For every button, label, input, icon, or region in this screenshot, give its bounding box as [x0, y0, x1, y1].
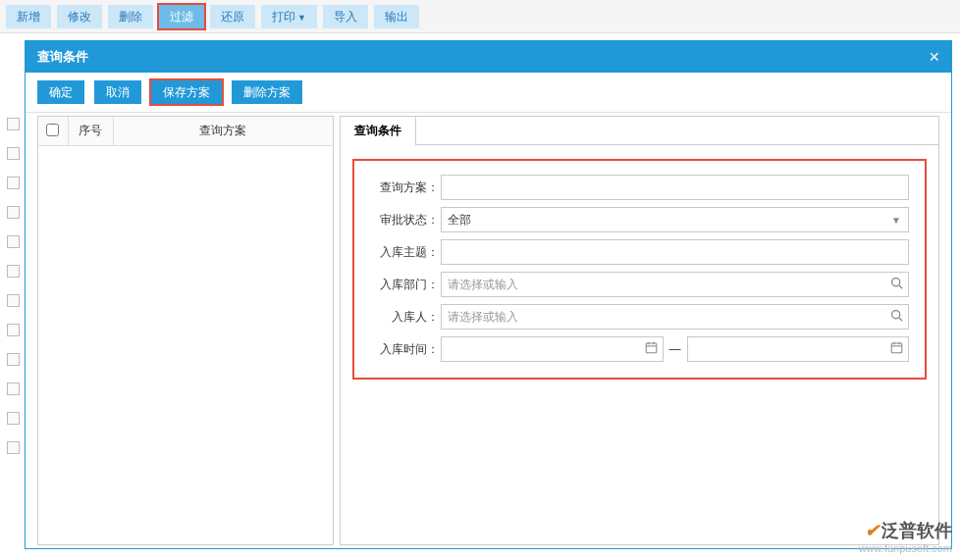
scheme-list-panel: 序号 查询方案: [37, 116, 334, 545]
chevron-down-icon: ▼: [297, 13, 306, 23]
dialog-toolbar: 确定 取消 保存方案 删除方案: [26, 73, 951, 113]
approval-label: 审批状态：: [370, 212, 441, 229]
brand-url: www.fanpusoft.com: [859, 542, 952, 554]
delete-scheme-button[interactable]: 删除方案: [232, 80, 302, 104]
edit-button[interactable]: 修改: [57, 5, 102, 28]
query-dialog: 查询条件 × 确定 取消 保存方案 删除方案 序号 查询方案: [25, 40, 952, 549]
scheme-input[interactable]: [441, 175, 909, 200]
cancel-button[interactable]: 取消: [94, 80, 141, 104]
query-form: 查询方案： 审批状态： 全部 ▼ 入库主题： 入库部门：: [352, 159, 927, 380]
date-separator: —: [664, 342, 687, 356]
scheme-label: 查询方案：: [370, 179, 441, 196]
ok-button[interactable]: 确定: [37, 80, 84, 104]
restore-button[interactable]: 还原: [210, 5, 255, 28]
query-conditions-panel: 查询条件 查询方案： 审批状态： 全部 ▼ 入库主题：: [340, 116, 939, 545]
approval-select[interactable]: 全部: [441, 207, 909, 232]
top-toolbar: 新增 修改 删除 过滤 还原 打印▼ 导入 输出: [0, 0, 960, 33]
header-scheme: 查询方案: [113, 117, 333, 146]
select-all-checkbox[interactable]: [46, 124, 59, 136]
time-label: 入库时间：: [370, 341, 441, 358]
dept-label: 入库部门：: [370, 277, 441, 293]
date-from-input[interactable]: [441, 336, 664, 362]
import-button[interactable]: 导入: [323, 5, 368, 28]
dialog-header: 查询条件 ×: [26, 41, 951, 73]
person-label: 入库人：: [370, 309, 441, 326]
export-button[interactable]: 输出: [374, 5, 419, 28]
person-input[interactable]: [441, 304, 909, 330]
print-button[interactable]: 打印▼: [261, 5, 317, 28]
header-checkbox-col: [38, 117, 68, 146]
tab-query-conditions[interactable]: 查询条件: [340, 116, 416, 146]
header-seq: 序号: [68, 117, 113, 146]
calendar-icon: [890, 341, 903, 357]
svg-rect-8: [891, 343, 902, 353]
logo-icon: ✔: [865, 521, 880, 540]
bg-checkbox-column: [7, 118, 20, 471]
save-scheme-button[interactable]: 保存方案: [151, 80, 222, 104]
new-button[interactable]: 新增: [6, 5, 51, 28]
delete-button[interactable]: 删除: [108, 5, 153, 28]
watermark: ✔泛普软件 www.fanpusoft.com: [859, 519, 952, 554]
subject-input[interactable]: [441, 239, 909, 265]
scheme-table: 序号 查询方案: [38, 117, 333, 146]
dept-input[interactable]: [441, 272, 909, 297]
close-icon[interactable]: ×: [929, 41, 939, 73]
calendar-icon: [645, 341, 658, 357]
dialog-body: 序号 查询方案 查询条件 查询方案： 审批状态：: [26, 113, 951, 548]
brand-text: 泛普软件: [881, 521, 952, 540]
filter-button[interactable]: 过滤: [159, 5, 204, 28]
svg-rect-4: [646, 343, 657, 353]
dialog-title: 查询条件: [37, 41, 88, 73]
subject-label: 入库主题：: [370, 244, 441, 261]
date-to-input[interactable]: [687, 336, 910, 362]
